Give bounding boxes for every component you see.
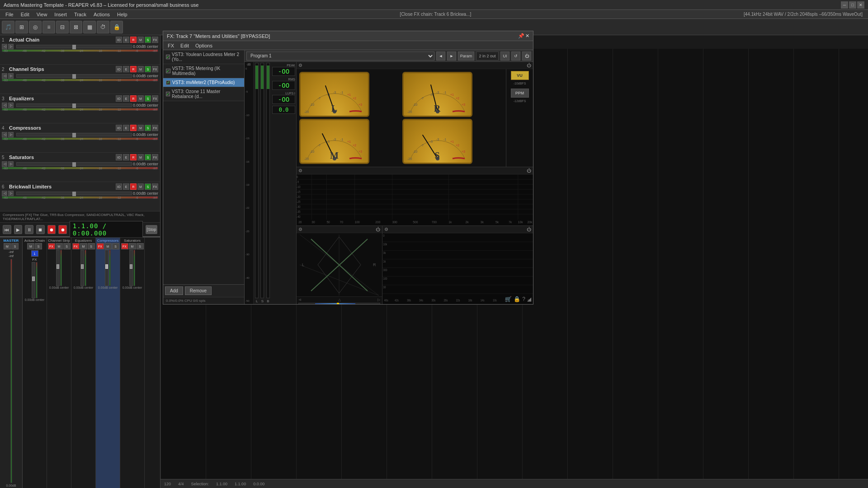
fx-pin-btn[interactable]: 📌 xyxy=(518,33,524,39)
track-env-btn-3[interactable]: E xyxy=(123,95,129,102)
track-mute-btn-3[interactable]: M xyxy=(137,95,144,102)
lock-icon[interactable]: 🔒 xyxy=(514,296,520,302)
transport-stop-btn[interactable]: [Stop xyxy=(146,225,157,234)
transport-stop[interactable]: ⏹ xyxy=(36,225,45,234)
track-solo-btn-2[interactable]: S xyxy=(145,66,151,72)
ch2-s-btn[interactable]: S xyxy=(63,243,71,249)
ui-btn[interactable]: UI xyxy=(500,52,509,61)
fx-checkbox-4[interactable]: ✓ xyxy=(166,92,170,96)
track-sub-btn-2b[interactable]: ▷ xyxy=(8,73,14,79)
fx-menu-fx[interactable]: FX xyxy=(165,43,177,48)
fx-item-2[interactable]: ✓ VST3: TR5 Metering (IK Multimedia) xyxy=(163,64,244,78)
fx-checkbox-3[interactable]: ✓ xyxy=(166,80,170,85)
fx-menu-edit[interactable]: Edit xyxy=(178,43,192,48)
vu-mode-btn[interactable]: VU xyxy=(511,71,529,80)
cart-icon[interactable]: 🛒 xyxy=(505,296,512,302)
track-fx-btn-3[interactable]: FX xyxy=(152,95,158,102)
track-env-btn-5[interactable]: E xyxy=(123,154,129,160)
toolbar-btn-7[interactable]: ▦ xyxy=(83,21,96,33)
track-io-btn-3[interactable]: IO xyxy=(116,95,122,102)
fx-close-btn[interactable]: ✕ xyxy=(525,33,529,39)
correlation-thumb[interactable] xyxy=(337,303,339,304)
ch5-fx-btn[interactable]: FX xyxy=(121,243,128,249)
transport-skip-back[interactable]: ⏮ xyxy=(3,225,11,234)
track-sub-btn-5b[interactable]: ▷ xyxy=(8,161,14,167)
ch2-fader[interactable] xyxy=(56,250,60,286)
spectrum-power-icon[interactable]: ⏻ xyxy=(527,168,531,173)
ch5-fader[interactable] xyxy=(129,250,133,286)
track-solo-btn-3[interactable]: S xyxy=(145,95,151,102)
ch4-m-btn[interactable]: M xyxy=(104,243,112,249)
track-io-btn-1[interactable]: IO xyxy=(116,37,122,43)
close-button[interactable]: ✕ xyxy=(857,1,864,9)
scope-gear-icon[interactable]: ⚙ xyxy=(298,227,302,232)
menu-edit[interactable]: Edit xyxy=(17,10,33,19)
power-btn[interactable]: ⏻ xyxy=(522,52,531,61)
track-fx-btn-5[interactable]: FX xyxy=(152,154,158,160)
track-env-btn-4[interactable]: E xyxy=(123,125,129,131)
track-mute-btn-5[interactable]: M xyxy=(137,154,144,160)
track-sub-btn-6a[interactable]: ◁ xyxy=(2,191,7,196)
correlation-slider[interactable] xyxy=(298,303,380,304)
help-icon[interactable]: ? xyxy=(522,296,525,302)
track-fx-btn-1[interactable]: FX xyxy=(152,37,158,43)
maximize-button[interactable]: □ xyxy=(849,1,856,9)
track-fader-6[interactable] xyxy=(16,192,132,195)
track-rec-btn-1[interactable]: R xyxy=(130,37,137,43)
track-sub-btn-1b[interactable]: ▷ xyxy=(8,44,14,49)
track-fader-2[interactable] xyxy=(16,74,132,78)
toolbar-btn-5[interactable]: ⊟ xyxy=(56,21,69,33)
menu-actions[interactable]: Actions xyxy=(90,10,113,19)
spectrum-gear-icon[interactable]: ⚙ xyxy=(298,168,302,173)
resize-icon[interactable]: ◢ xyxy=(527,296,531,302)
track-fx-btn-2[interactable]: FX xyxy=(152,66,158,72)
fx-item-4[interactable]: ✓ VST3: Ozone 11 Master Rebalance (d... xyxy=(163,87,244,101)
track-solo-btn-6[interactable]: S xyxy=(145,183,151,190)
menu-track[interactable]: Track xyxy=(71,10,90,19)
track-sub-btn-1a[interactable]: ◁ xyxy=(2,44,7,49)
master-s-btn[interactable]: S xyxy=(11,243,19,249)
track-io-btn-6[interactable]: IO xyxy=(116,183,122,190)
fx-item-1[interactable]: ✓ VST3: Youlean Loudness Meter 2 (Yo... xyxy=(163,50,244,64)
history-power-icon[interactable]: ⏻ xyxy=(527,227,531,232)
toolbar-btn-9[interactable]: 🔒 xyxy=(110,21,123,33)
track-mute-btn-6[interactable]: M xyxy=(137,183,144,190)
fx-checkbox-1[interactable]: ✓ xyxy=(166,55,170,59)
fx-add-button[interactable]: Add xyxy=(165,286,183,295)
toolbar-btn-3[interactable]: ◎ xyxy=(29,21,42,33)
ch1-num-btn[interactable]: 1 xyxy=(31,250,38,257)
track-rec-btn-4[interactable]: R xyxy=(130,125,137,131)
track-fader-1[interactable] xyxy=(16,45,132,48)
fx-item-3-selected[interactable]: ✓ VST3: mvMeter2 (TBProAudio) xyxy=(163,78,244,87)
transport-play[interactable]: ▶ xyxy=(14,225,23,234)
ch4-fader[interactable] xyxy=(105,250,108,286)
ch3-fx-btn[interactable]: FX xyxy=(72,243,80,249)
menu-insert[interactable]: Insert xyxy=(51,10,71,19)
ch5-m-btn[interactable]: M xyxy=(129,243,136,249)
track-io-btn-5[interactable]: IO xyxy=(116,154,122,160)
ch2-fx-btn[interactable]: FX xyxy=(48,243,55,249)
transport-pause[interactable]: ⏸ xyxy=(25,225,33,234)
history-gear-icon[interactable]: ⚙ xyxy=(384,227,388,232)
ch2-m-btn[interactable]: M xyxy=(56,243,63,249)
transport-record2[interactable]: ⏺ xyxy=(58,225,67,234)
track-mute-btn-2[interactable]: M xyxy=(137,66,144,72)
minimize-button[interactable]: ─ xyxy=(841,1,848,9)
track-io-btn-2[interactable]: IO xyxy=(116,66,122,72)
ch5-s-btn[interactable]: S xyxy=(137,243,144,249)
vu-power-icon[interactable]: ⏻ xyxy=(527,63,531,68)
track-fader-5[interactable] xyxy=(16,162,132,166)
track-sub-btn-3a[interactable]: ◁ xyxy=(2,103,7,108)
program-select[interactable]: Program 1 xyxy=(246,52,434,61)
track-solo-btn-4[interactable]: S xyxy=(145,125,151,131)
track-env-btn-6[interactable]: E xyxy=(123,183,129,190)
ch3-fader[interactable] xyxy=(80,250,84,286)
fx-checkbox-2[interactable]: ✓ xyxy=(166,69,170,73)
track-env-btn-2[interactable]: E xyxy=(123,66,129,72)
ch1-s-btn[interactable]: S xyxy=(35,243,42,249)
track-rec-btn-6[interactable]: R xyxy=(130,183,137,190)
ch4-fx-btn[interactable]: FX xyxy=(97,243,104,249)
toolbar-btn-4[interactable]: ≡ xyxy=(42,21,55,33)
track-fx-btn-4[interactable]: FX xyxy=(152,125,158,131)
master-m-btn[interactable]: M xyxy=(4,243,11,249)
